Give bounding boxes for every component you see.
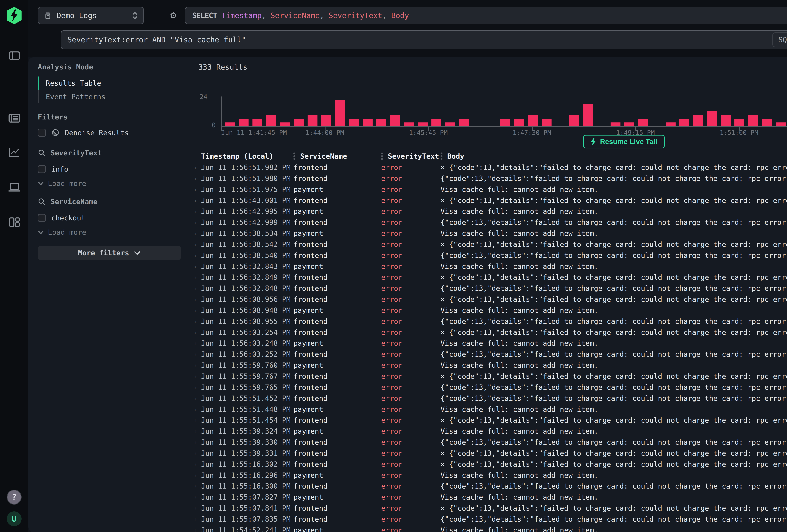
- sessions-icon[interactable]: [8, 181, 21, 194]
- column-header-servicename[interactable]: ServiceName: [293, 152, 381, 161]
- table-row[interactable]: ›Jun 11 1:55:59.765 PMfrontenderror{"cod…: [190, 382, 787, 393]
- row-expand-chevron-icon[interactable]: ›: [190, 307, 201, 314]
- histogram-bar-slot[interactable]: [416, 97, 430, 126]
- filter-option-info[interactable]: info: [38, 163, 181, 175]
- row-expand-chevron-icon[interactable]: ›: [190, 417, 201, 424]
- table-row[interactable]: ›Jun 11 1:55:59.760 PMpaymenterrorVisa c…: [190, 360, 787, 371]
- histogram-bar[interactable]: [528, 115, 538, 126]
- row-expand-chevron-icon[interactable]: ›: [190, 516, 201, 523]
- table-row[interactable]: ›Jun 11 1:56:32.849 PMfrontenderror× {"c…: [190, 272, 787, 283]
- row-expand-chevron-icon[interactable]: ›: [190, 208, 201, 215]
- row-expand-chevron-icon[interactable]: ›: [190, 395, 201, 402]
- histogram-bar-slot[interactable]: [444, 97, 458, 126]
- row-expand-chevron-icon[interactable]: ›: [190, 505, 201, 512]
- row-expand-chevron-icon[interactable]: ›: [190, 263, 201, 270]
- histogram-bar-slot[interactable]: [498, 97, 512, 126]
- row-expand-chevron-icon[interactable]: ›: [190, 406, 201, 413]
- row-expand-chevron-icon[interactable]: ›: [190, 285, 201, 292]
- histogram-bar-slot[interactable]: [264, 97, 278, 126]
- histogram-bar[interactable]: [321, 115, 331, 126]
- row-expand-chevron-icon[interactable]: ›: [190, 186, 201, 193]
- histogram-bar[interactable]: [363, 119, 373, 126]
- histogram-bar-slot[interactable]: [692, 97, 705, 126]
- source-selector[interactable]: Demo Logs: [38, 7, 144, 24]
- user-avatar[interactable]: U: [7, 511, 22, 526]
- table-row[interactable]: ›Jun 11 1:55:39.324 PMpaymenterrorVisa c…: [190, 426, 787, 437]
- histogram-bar[interactable]: [541, 119, 552, 126]
- table-row[interactable]: ›Jun 11 1:55:16.300 PMfrontenderror{"cod…: [190, 481, 787, 492]
- histogram-bar[interactable]: [404, 123, 414, 126]
- histogram-bar-slot[interactable]: [705, 97, 719, 126]
- histogram-bar[interactable]: [431, 119, 441, 126]
- histogram-bar[interactable]: [721, 115, 731, 126]
- table-row[interactable]: ›Jun 11 1:56:51.982 PMfrontenderror× {"c…: [190, 162, 787, 173]
- row-expand-chevron-icon[interactable]: ›: [190, 351, 201, 358]
- table-row[interactable]: ›Jun 11 1:55:39.330 PMfrontenderror{"cod…: [190, 437, 787, 448]
- row-expand-chevron-icon[interactable]: ›: [190, 197, 201, 204]
- collapse-sidebar-icon[interactable]: [8, 49, 21, 62]
- histogram-bar-slot[interactable]: [664, 97, 678, 126]
- table-row[interactable]: ›Jun 11 1:56:42.999 PMfrontenderror{"cod…: [190, 217, 787, 228]
- histogram-bar-slot[interactable]: [485, 97, 499, 126]
- table-row[interactable]: ›Jun 11 1:56:03.254 PMfrontenderror× {"c…: [190, 327, 787, 338]
- histogram-bar-slot[interactable]: [733, 97, 747, 126]
- histogram-bar[interactable]: [349, 119, 359, 126]
- histogram-bar-slot[interactable]: [636, 97, 650, 126]
- table-row[interactable]: ›Jun 11 1:56:38.542 PMfrontenderror× {"c…: [190, 239, 787, 250]
- table-row[interactable]: ›Jun 11 1:55:51.454 PMfrontenderror× {"c…: [190, 415, 787, 426]
- histogram-bar[interactable]: [445, 123, 455, 126]
- search-logs-icon[interactable]: [8, 112, 21, 125]
- load-more-servicename[interactable]: Load more: [38, 228, 181, 236]
- histogram-bar-slot[interactable]: [237, 97, 251, 126]
- load-more-severitytext[interactable]: Load more: [38, 179, 181, 188]
- histogram-bar[interactable]: [294, 119, 304, 126]
- histogram-bar-slot[interactable]: [375, 97, 389, 126]
- help-button[interactable]: ?: [7, 490, 22, 505]
- row-expand-chevron-icon[interactable]: ›: [190, 241, 201, 248]
- table-row[interactable]: ›Jun 11 1:54:52.241 PMpaymenterrorVisa c…: [190, 525, 787, 532]
- table-row[interactable]: ›Jun 11 1:55:16.302 PMfrontenderror× {"c…: [190, 459, 787, 470]
- histogram-bar[interactable]: [376, 119, 386, 126]
- histogram-bar[interactable]: [253, 119, 262, 126]
- histogram-bar[interactable]: [266, 115, 276, 126]
- histogram-plot[interactable]: [221, 97, 787, 126]
- histogram-bar[interactable]: [679, 119, 689, 126]
- histogram-bar-slot[interactable]: [526, 97, 540, 126]
- row-expand-chevron-icon[interactable]: ›: [190, 175, 201, 182]
- row-expand-chevron-icon[interactable]: ›: [190, 164, 201, 171]
- table-row[interactable]: ›Jun 11 1:56:08.955 PMfrontenderror{"cod…: [190, 316, 787, 327]
- table-row[interactable]: ›Jun 11 1:56:32.843 PMpaymenterrorVisa c…: [190, 261, 787, 272]
- histogram-bar-slot[interactable]: [333, 97, 347, 126]
- histogram-bar[interactable]: [583, 104, 593, 126]
- filter-option-checkout[interactable]: checkout: [38, 212, 181, 224]
- row-expand-chevron-icon[interactable]: ›: [190, 252, 201, 259]
- denoise-results-row[interactable]: Denoise Results: [38, 127, 181, 139]
- row-expand-chevron-icon[interactable]: ›: [190, 274, 201, 281]
- histogram-bar-slot[interactable]: [568, 97, 581, 126]
- column-resize-handle-icon[interactable]: [381, 152, 383, 160]
- row-expand-chevron-icon[interactable]: ›: [190, 219, 201, 226]
- histogram-bar-slot[interactable]: [650, 97, 664, 126]
- table-row[interactable]: ›Jun 11 1:56:51.975 PMpaymenterrorVisa c…: [190, 184, 787, 195]
- table-row[interactable]: ›Jun 11 1:55:39.331 PMfrontenderror× {"c…: [190, 448, 787, 459]
- resume-live-tail-button[interactable]: Resume Live Tail: [583, 135, 665, 148]
- histogram-bar[interactable]: [762, 119, 772, 126]
- histogram-bar-slot[interactable]: [774, 97, 787, 126]
- source-settings-gear-icon[interactable]: ⚙: [167, 9, 179, 21]
- row-expand-chevron-icon[interactable]: ›: [190, 494, 201, 501]
- table-row[interactable]: ›Jun 11 1:56:42.995 PMpaymenterrorVisa c…: [190, 206, 787, 217]
- row-expand-chevron-icon[interactable]: ›: [190, 329, 201, 336]
- table-row[interactable]: ›Jun 11 1:56:51.980 PMfrontenderror{"cod…: [190, 173, 787, 184]
- histogram-bar[interactable]: [418, 123, 428, 126]
- chart-explorer-icon[interactable]: [8, 146, 21, 158]
- mode-event-patterns[interactable]: Event Patterns: [38, 90, 181, 104]
- language-option-sql[interactable]: SQL: [778, 36, 787, 44]
- row-expand-chevron-icon[interactable]: ›: [190, 483, 201, 490]
- histogram-bar-slot[interactable]: [458, 97, 471, 126]
- histogram-bar-slot[interactable]: [581, 97, 595, 126]
- table-row[interactable]: ›Jun 11 1:56:03.252 PMfrontenderror{"cod…: [190, 349, 787, 360]
- table-row[interactable]: ›Jun 11 1:55:51.448 PMpaymenterrorVisa c…: [190, 404, 787, 415]
- histogram-bar[interactable]: [239, 119, 249, 126]
- table-row[interactable]: ›Jun 11 1:55:51.452 PMfrontenderror{"cod…: [190, 393, 787, 404]
- histogram-bar[interactable]: [776, 123, 786, 126]
